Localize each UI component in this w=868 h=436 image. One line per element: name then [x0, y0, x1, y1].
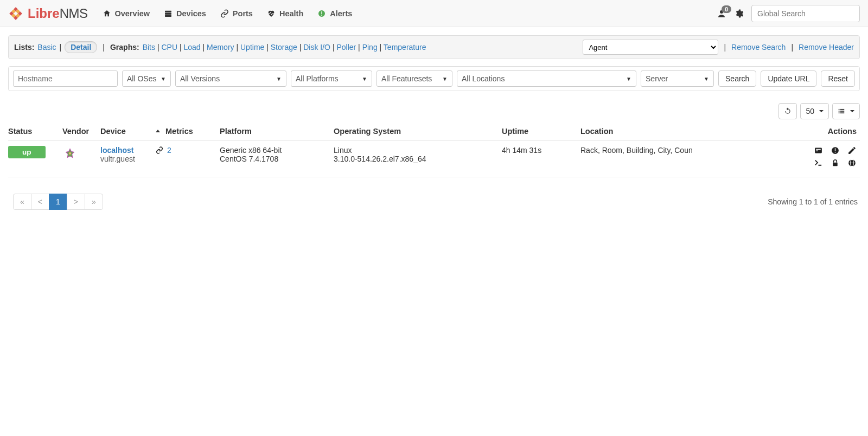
page-first[interactable]: « [13, 194, 31, 210]
pager-row: « < 1 > » Showing 1 to 1 of 1 entries [8, 194, 860, 210]
svg-rect-17 [839, 112, 840, 113]
platform-line1: Generic x86 64-bit [220, 146, 282, 155]
graph-links: Bits | CPU | Load | Memory | Uptime | St… [143, 43, 426, 52]
chevron-down-icon: ▼ [161, 76, 166, 82]
remove-search-link[interactable]: Remove Search [731, 43, 786, 52]
device-name-link[interactable]: localhost [100, 146, 133, 155]
svg-rect-13 [322, 15, 322, 15]
nav-devices[interactable]: Devices [157, 2, 213, 25]
col-vendor[interactable]: Vendor [62, 123, 100, 140]
chevron-down-icon: ▼ [704, 76, 709, 82]
nav-ports[interactable]: Ports [214, 2, 259, 25]
svg-rect-12 [322, 11, 322, 14]
brand-logo[interactable]: LibreNMS [8, 6, 88, 21]
brand-text-2: NMS [60, 6, 88, 21]
col-metrics[interactable]: Metrics [155, 123, 220, 140]
chevron-down-icon: ▼ [626, 76, 631, 82]
os-line1: Linux [334, 146, 352, 155]
remove-header-link[interactable]: Remove Header [799, 43, 854, 52]
sort-asc-icon [155, 129, 161, 135]
graph-link-load[interactable]: Load [183, 43, 200, 52]
update-url-button[interactable]: Update URL [761, 70, 816, 87]
table-row: up localhost vultr.guest [8, 140, 860, 177]
col-device[interactable]: Device [100, 123, 155, 140]
agent-select[interactable]: Agent [583, 40, 718, 55]
svg-rect-18 [840, 109, 845, 110]
lock-icon[interactable] [831, 158, 840, 168]
edit-icon[interactable] [847, 146, 857, 155]
heartbeat-icon [267, 9, 276, 18]
os-line2: 3.10.0-514.26.2.el7.x86_64 [334, 155, 426, 163]
svg-rect-30 [833, 163, 838, 166]
link-icon [220, 9, 229, 18]
graph-link-cpu[interactable]: CPU [161, 43, 177, 52]
alert-icon [317, 9, 326, 18]
page-current[interactable]: 1 [49, 194, 67, 210]
graph-link-uptime[interactable]: Uptime [240, 43, 264, 52]
search-button[interactable]: Search [718, 70, 756, 87]
graph-link-disk-i-o[interactable]: Disk I/O [303, 43, 330, 52]
graph-link-bits[interactable]: Bits [143, 43, 155, 52]
svg-rect-16 [839, 111, 840, 112]
global-search-input[interactable] [751, 5, 860, 22]
lists-graphs-bar: Lists: Basic | Detail | Graphs: Bits | C… [8, 35, 860, 59]
gear-icon[interactable] [734, 9, 744, 18]
platform-line2: CentOS 7.4.1708 [220, 155, 278, 163]
columns-select[interactable] [832, 103, 860, 119]
devices-table: Status Vendor Device Metrics Platform Op… [8, 123, 860, 177]
col-uptime[interactable]: Uptime [502, 123, 580, 140]
top-navbar: LibreNMS Overview Devices Ports Health A… [0, 0, 868, 27]
col-actions: Actions [808, 123, 860, 140]
version-select[interactable]: All Versions▼ [175, 70, 286, 87]
chevron-down-icon: ▼ [362, 76, 367, 82]
reset-button[interactable]: Reset [821, 70, 855, 87]
svg-rect-20 [840, 112, 845, 113]
graph-link-storage[interactable]: Storage [271, 43, 297, 52]
type-select[interactable]: Server▼ [641, 70, 714, 87]
globe-icon[interactable] [847, 158, 857, 168]
nav-health[interactable]: Health [260, 2, 310, 25]
home-icon [103, 9, 111, 18]
lists-basic-link[interactable]: Basic [37, 43, 56, 52]
user-menu[interactable]: 0 [717, 9, 726, 18]
col-platform[interactable]: Platform [220, 123, 334, 140]
table-toolbar: 50 [8, 103, 860, 119]
hostname-input[interactable] [13, 70, 118, 87]
metrics-link[interactable]: 2 [155, 146, 171, 155]
col-location[interactable]: Location [580, 123, 808, 140]
platform-select[interactable]: All Platforms▼ [291, 70, 372, 87]
graph-link-ping[interactable]: Ping [362, 43, 378, 52]
uptime-text: 4h 14m 31s [502, 146, 541, 155]
svg-rect-8 [165, 10, 171, 12]
capture-icon[interactable] [814, 146, 823, 155]
status-badge: up [8, 146, 46, 158]
os-select[interactable]: All OSes▼ [122, 70, 171, 87]
link-icon [155, 146, 164, 154]
page-next[interactable]: > [67, 194, 85, 210]
graph-link-poller[interactable]: Poller [336, 43, 356, 52]
col-status[interactable]: Status [8, 123, 62, 140]
list-icon [838, 107, 845, 115]
page-size-select[interactable]: 50 [800, 103, 829, 119]
nav-overview[interactable]: Overview [96, 2, 157, 25]
lists-detail-active[interactable]: Detail [65, 41, 97, 53]
nav-alerts[interactable]: Alerts [311, 2, 359, 25]
page-prev[interactable]: < [31, 194, 49, 210]
svg-rect-15 [839, 109, 840, 110]
page-last[interactable]: » [85, 194, 103, 210]
nav-items: Overview Devices Ports Health Alerts [96, 2, 717, 25]
vendor-icon [62, 146, 78, 161]
alert-icon[interactable] [831, 146, 840, 155]
featureset-select[interactable]: All Featuresets▼ [376, 70, 452, 87]
refresh-button[interactable] [778, 103, 797, 119]
server-icon [164, 9, 173, 18]
col-os[interactable]: Operating System [334, 123, 502, 140]
lists-label: Lists: [14, 43, 34, 52]
location-select[interactable]: All Locations▼ [457, 70, 636, 87]
actions-cell [808, 140, 860, 177]
graph-link-memory[interactable]: Memory [207, 43, 234, 52]
graph-link-temperature[interactable]: Temperature [384, 43, 426, 52]
location-text: Rack, Room, Building, City, Coun [580, 146, 693, 155]
terminal-icon[interactable] [814, 158, 823, 168]
pagination: « < 1 > » [14, 194, 103, 210]
